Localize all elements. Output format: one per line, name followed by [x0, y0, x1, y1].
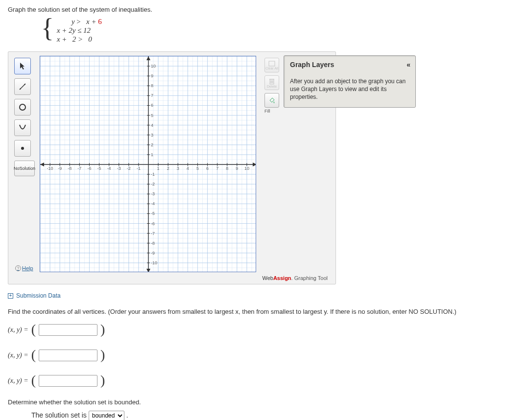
clear-all-label: Clear All [265, 67, 278, 70]
point-icon [18, 144, 27, 153]
svg-text:5: 5 [151, 113, 153, 118]
svg-text:-3: -3 [151, 191, 155, 196]
clear-icon [268, 61, 275, 67]
line-tool[interactable] [14, 78, 31, 95]
help-icon: ? [15, 265, 21, 271]
svg-text:-9: -9 [58, 166, 62, 171]
svg-text:2: 2 [151, 142, 153, 147]
eq3: x + 2 > 0 [57, 35, 102, 44]
collapse-layers-icon[interactable]: « [407, 61, 410, 69]
line-icon [18, 82, 27, 91]
svg-text:3: 3 [151, 133, 153, 138]
svg-text:-8: -8 [68, 166, 72, 171]
svg-text:-5: -5 [97, 166, 101, 171]
svg-point-4 [21, 147, 24, 150]
trash-icon [269, 78, 275, 85]
svg-text:1: 1 [157, 166, 160, 171]
svg-marker-143 [253, 163, 256, 166]
submission-data-toggle[interactable]: + Submission Data [8, 292, 519, 299]
svg-text:-10: -10 [47, 166, 53, 171]
svg-text:6: 6 [206, 166, 209, 171]
parabola-icon [18, 123, 27, 132]
eq1: y > x + 6 [57, 17, 102, 26]
vertex-row-3: (x, y) = ( ) [8, 373, 519, 389]
bounded-prompt: Determine whether the solution set is bo… [8, 398, 519, 406]
help-link[interactable]: ? Help [15, 265, 33, 271]
eq2: x + 2y ≤ 12 [57, 26, 102, 35]
svg-text:10: 10 [151, 64, 156, 69]
svg-text:-7: -7 [151, 231, 155, 236]
bounded-select[interactable]: bounded [89, 411, 124, 420]
svg-text:-4: -4 [151, 201, 155, 206]
svg-text:3: 3 [177, 166, 179, 171]
svg-marker-146 [146, 269, 150, 272]
svg-marker-144 [40, 163, 44, 166]
fill-label: Fill [264, 109, 279, 114]
shape-toolbar: NoSolution [14, 58, 35, 176]
vertex-row-1: (x, y) = ( ) [8, 322, 519, 338]
graph-actions: Clear All Delete Fill [263, 58, 281, 114]
parabola-tool[interactable] [14, 119, 31, 136]
question-prompt: Graph the solution set of the system of … [8, 6, 519, 13]
grid-svg: -10-9-8-7-6-5-4-3-2-112345678910-10-9-8-… [40, 56, 256, 272]
vertex-row-2: (x, y) = ( ) [8, 348, 519, 363]
cursor-icon [19, 62, 26, 70]
system-brace: { [41, 16, 54, 43]
point-tool[interactable] [14, 140, 31, 157]
svg-text:-8: -8 [151, 241, 155, 246]
circle-icon [18, 103, 27, 112]
svg-text:8: 8 [226, 166, 228, 171]
delete-label: Delete [267, 85, 277, 88]
svg-text:-2: -2 [151, 182, 155, 187]
vertex-2-input[interactable] [39, 350, 97, 361]
pointer-tool[interactable] [14, 58, 31, 74]
fill-icon [268, 97, 275, 104]
svg-text:1: 1 [151, 152, 153, 157]
svg-text:-5: -5 [151, 211, 155, 216]
svg-text:5: 5 [196, 166, 199, 171]
xy-label: (x, y) = [8, 377, 28, 385]
circle-tool[interactable] [14, 99, 31, 116]
coordinate-grid[interactable]: -10-9-8-7-6-5-4-3-2-112345678910-10-9-8-… [40, 56, 256, 272]
expand-icon: + [8, 293, 13, 299]
svg-text:-1: -1 [137, 166, 141, 171]
tool-brand: WebAssign. Graphing Tool [12, 272, 332, 283]
delete-button[interactable]: Delete [264, 75, 279, 90]
vertex-1-input[interactable] [39, 324, 97, 336]
svg-marker-145 [146, 56, 150, 60]
layers-title: Graph Layers [290, 61, 334, 69]
svg-text:2: 2 [167, 166, 169, 171]
bounded-row: The solution set is bounded . [31, 411, 519, 420]
svg-point-3 [20, 104, 25, 110]
svg-text:10: 10 [244, 166, 249, 171]
svg-text:-9: -9 [151, 251, 155, 256]
clear-all-button[interactable]: Clear All [264, 58, 279, 72]
svg-text:-1: -1 [151, 172, 155, 177]
svg-text:4: 4 [187, 166, 189, 171]
layers-body: After you add an object to the graph you… [290, 77, 410, 101]
svg-text:-4: -4 [107, 166, 111, 171]
svg-text:-6: -6 [151, 221, 155, 226]
svg-text:6: 6 [151, 103, 153, 108]
vertices-instruction: Find the coordinates of all vertices. (O… [8, 308, 519, 315]
xy-label: (x, y) = [8, 326, 28, 334]
xy-label: (x, y) = [8, 351, 28, 359]
svg-text:7: 7 [216, 166, 218, 171]
inequality-system: { y > x + 6 x + 2y ≤ 12 x + 2 > 0 [41, 17, 519, 44]
svg-text:9: 9 [236, 166, 238, 171]
svg-text:7: 7 [151, 93, 153, 98]
no-solution-button[interactable]: NoSolution [14, 161, 35, 176]
vertex-3-input[interactable] [39, 375, 97, 387]
svg-text:-10: -10 [151, 260, 157, 265]
svg-text:-7: -7 [77, 166, 81, 171]
graph-layers-panel: Graph Layers « After you add an object t… [284, 55, 416, 108]
svg-text:-2: -2 [127, 166, 131, 171]
svg-text:4: 4 [151, 123, 153, 128]
svg-rect-227 [269, 61, 275, 66]
svg-text:-6: -6 [87, 166, 91, 171]
svg-text:8: 8 [151, 83, 153, 88]
svg-text:9: 9 [151, 73, 153, 78]
svg-text:-3: -3 [117, 166, 121, 171]
fill-button[interactable] [264, 93, 279, 108]
